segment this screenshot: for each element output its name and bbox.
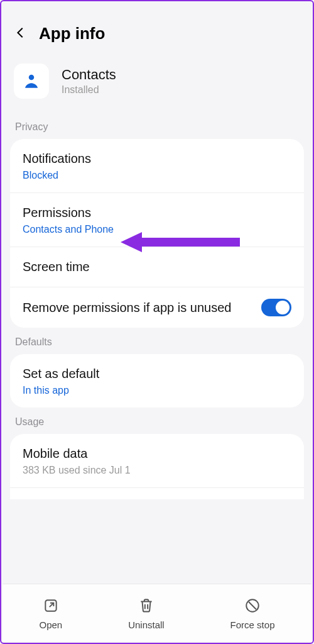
app-name: Contacts — [62, 67, 116, 83]
permissions-title: Permissions — [23, 204, 291, 221]
trash-icon — [138, 597, 154, 616]
open-button[interactable]: Open — [39, 597, 62, 630]
permissions-row[interactable]: Permissions Contacts and Phone — [10, 193, 304, 247]
remove-perms-row[interactable]: Remove permissions if app is unused — [10, 287, 304, 328]
app-status: Installed — [62, 84, 116, 96]
section-usage-label: Usage — [10, 408, 304, 434]
remove-perms-toggle[interactable] — [261, 299, 291, 316]
page-title: App info — [39, 24, 105, 43]
privacy-card: Notifications Blocked Permissions Contac… — [10, 139, 304, 328]
remove-perms-title: Remove permissions if app is unused — [23, 299, 251, 316]
screentime-row[interactable]: Screen time — [10, 247, 304, 287]
uninstall-label: Uninstall — [128, 619, 165, 630]
uninstall-button[interactable]: Uninstall — [128, 597, 165, 630]
set-default-row[interactable]: Set as default In this app — [10, 354, 304, 408]
usage-card: Mobile data 383 KB used since Jul 1 — [10, 434, 304, 499]
svg-point-0 — [29, 75, 35, 80]
open-icon — [43, 597, 59, 616]
open-label: Open — [39, 619, 62, 630]
contacts-app-icon — [14, 64, 49, 99]
app-header: Contacts Installed — [10, 61, 304, 113]
cutoff-row — [10, 488, 304, 499]
notifications-sub: Blocked — [23, 170, 291, 181]
set-default-sub: In this app — [23, 385, 291, 396]
permissions-sub: Contacts and Phone — [23, 224, 291, 235]
mobile-data-row[interactable]: Mobile data 383 KB used since Jul 1 — [10, 434, 304, 488]
notifications-row[interactable]: Notifications Blocked — [10, 139, 304, 193]
force-stop-label: Force stop — [230, 619, 275, 630]
bottom-bar: Open Uninstall Force stop — [3, 584, 311, 641]
set-default-title: Set as default — [23, 365, 291, 382]
back-icon[interactable] — [14, 26, 28, 42]
defaults-card: Set as default In this app — [10, 354, 304, 408]
notifications-title: Notifications — [23, 150, 291, 167]
section-privacy-label: Privacy — [10, 113, 304, 139]
mobile-data-sub: 383 KB used since Jul 1 — [23, 465, 291, 476]
force-stop-button[interactable]: Force stop — [230, 597, 275, 630]
mobile-data-title: Mobile data — [23, 445, 291, 462]
svg-line-6 — [249, 602, 256, 609]
screentime-title: Screen time — [23, 258, 291, 275]
stop-icon — [244, 597, 261, 616]
section-defaults-label: Defaults — [10, 328, 304, 354]
